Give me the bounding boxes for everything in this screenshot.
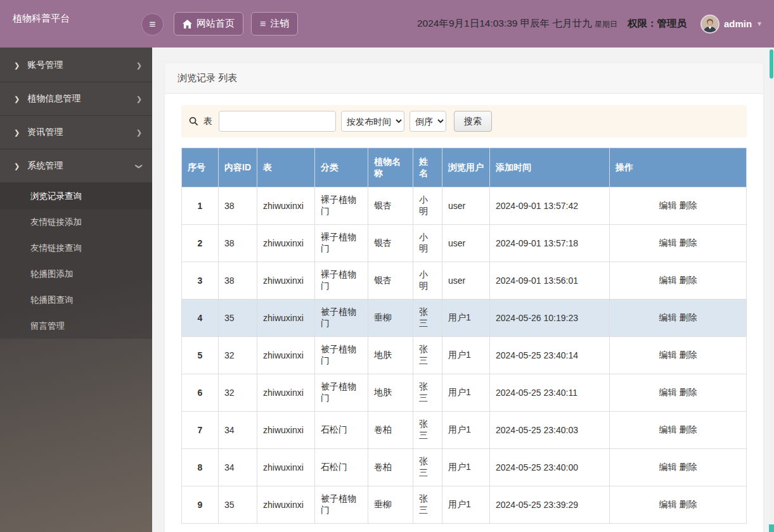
edit-link[interactable]: 编辑 <box>659 462 677 472</box>
cell-actions: 编辑删除 <box>610 262 747 300</box>
cell-add-time: 2024-09-01 13:56:01 <box>490 262 610 300</box>
sidebar-item-friend-link-add[interactable]: 友情链接添加 <box>0 209 152 235</box>
content-area: 浏览记录 列表 表 按发布时间 倒序 搜索 <box>152 48 774 532</box>
delete-link[interactable]: 删除 <box>680 499 697 509</box>
sidebar: 植物科普平台 ❯ 账号管理 ❯ ❯ 植物信息管理 ❯ ❯ 资讯管理 ❯ <box>0 0 152 532</box>
column-header-category: 分类 <box>315 148 368 187</box>
chevron-right-icon: ❯ <box>136 61 142 70</box>
cell-name: 张三 <box>413 374 442 412</box>
cell-table: zhiwuxinxi <box>257 486 315 524</box>
cell-viewer: 用户1 <box>442 337 490 374</box>
cell-viewer: user <box>442 262 490 300</box>
sidebar-item-message-management[interactable]: 留言管理 <box>0 313 152 339</box>
cell-plant-name: 银杏 <box>368 262 413 300</box>
cell-category: 石松门 <box>315 412 368 449</box>
cell-content-id: 38 <box>219 225 257 262</box>
cell-content-id: 32 <box>219 374 257 412</box>
datetime-value: 2024年9月1日14:03:39 甲辰年 七月廿九 <box>417 18 592 28</box>
edit-link[interactable]: 编辑 <box>659 387 677 397</box>
column-header-viewer: 浏览用户 <box>442 148 490 187</box>
logout-button-label: 注销 <box>270 18 289 30</box>
chevron-right-icon: ❯ <box>14 95 20 103</box>
browse-record-table: 序号 内容ID 表 分类 植物名称 姓名 浏览用户 添加时间 操作 <box>181 148 747 524</box>
edit-link[interactable]: 编辑 <box>659 312 677 322</box>
delete-link[interactable]: 删除 <box>680 238 697 248</box>
cell-name: 小明 <box>413 225 442 262</box>
app-root: 植物科普平台 ❯ 账号管理 ❯ ❯ 植物信息管理 ❯ ❯ 资讯管理 ❯ <box>0 0 774 532</box>
edit-link[interactable]: 编辑 <box>659 275 677 285</box>
cell-category: 被子植物门 <box>315 486 368 524</box>
table-row: 4 35 zhiwuxinxi 被子植物门 垂柳 张三 用户1 2024-05-… <box>182 300 747 337</box>
edit-link[interactable]: 编辑 <box>659 200 677 210</box>
cell-no: 5 <box>182 337 219 374</box>
cell-table: zhiwuxinxi <box>257 374 315 412</box>
edit-link[interactable]: 编辑 <box>659 238 677 248</box>
scrollbar-thumb[interactable] <box>770 49 773 79</box>
avatar <box>700 15 719 34</box>
home-button-label: 网站首页 <box>197 18 235 30</box>
cell-plant-name: 地肤 <box>368 374 413 412</box>
table-body: 1 38 zhiwuxinxi 裸子植物门 银杏 小明 user 2024-09… <box>182 187 747 524</box>
column-header-name: 姓名 <box>413 148 442 187</box>
sidebar-item-account-management[interactable]: ❯ 账号管理 ❯ <box>0 49 152 82</box>
user-menu[interactable]: admin ▼ <box>700 15 763 34</box>
edit-link[interactable]: 编辑 <box>659 350 677 360</box>
cell-name: 小明 <box>413 262 442 300</box>
table-row: 5 32 zhiwuxinxi 被子植物门 地肤 张三 用户1 2024-05-… <box>182 337 747 374</box>
hamburger-icon: ≡ <box>150 18 156 31</box>
chevron-right-icon: ❯ <box>14 61 20 70</box>
delete-link[interactable]: 删除 <box>680 350 697 360</box>
cell-plant-name: 银杏 <box>368 225 413 262</box>
cell-plant-name: 垂柳 <box>368 300 413 337</box>
vertical-scrollbar[interactable] <box>769 48 774 532</box>
chevron-right-icon: ❯ <box>14 129 20 137</box>
edit-link[interactable]: 编辑 <box>659 499 677 509</box>
sidebar-item-carousel-query[interactable]: 轮播图查询 <box>0 287 152 313</box>
delete-link[interactable]: 删除 <box>680 200 697 210</box>
column-header-content-id: 内容ID <box>219 148 257 187</box>
chevron-right-icon: ❯ <box>14 162 20 170</box>
caret-down-icon: ▼ <box>756 20 763 27</box>
sidebar-item-plant-info-management[interactable]: ❯ 植物信息管理 ❯ <box>0 82 152 116</box>
cell-table: zhiwuxinxi <box>257 300 315 337</box>
cell-plant-name: 银杏 <box>368 187 413 225</box>
cell-content-id: 35 <box>219 486 257 524</box>
cell-content-id: 35 <box>219 300 257 337</box>
sort-field-select[interactable]: 按发布时间 <box>341 111 404 132</box>
cell-actions: 编辑删除 <box>610 337 747 374</box>
logout-button[interactable]: ≡ 注销 <box>251 12 298 35</box>
column-header-add-time: 添加时间 <box>490 148 610 187</box>
sidebar-item-carousel-add[interactable]: 轮播图添加 <box>0 261 152 287</box>
submenu-item-label: 留言管理 <box>30 320 65 332</box>
submenu-item-label: 浏览记录查询 <box>30 191 82 202</box>
cell-viewer: 用户1 <box>442 412 490 449</box>
cell-name: 张三 <box>413 449 442 486</box>
delete-link[interactable]: 删除 <box>680 275 697 285</box>
delete-link[interactable]: 删除 <box>680 312 697 322</box>
edit-link[interactable]: 编辑 <box>659 424 677 434</box>
cell-actions: 编辑删除 <box>610 486 747 524</box>
sidebar-item-label: 植物信息管理 <box>27 93 81 104</box>
system-management-submenu: 浏览记录查询 友情链接添加 友情链接查询 轮播图添加 轮播图查询 留言管理 <box>0 183 152 339</box>
home-button[interactable]: 网站首页 <box>174 12 243 35</box>
table-row: 1 38 zhiwuxinxi 裸子植物门 银杏 小明 user 2024-09… <box>182 187 747 225</box>
sidebar-item-browse-record-query[interactable]: 浏览记录查询 <box>0 183 152 209</box>
delete-link[interactable]: 删除 <box>680 387 697 397</box>
delete-link[interactable]: 删除 <box>680 424 697 434</box>
sidebar-item-system-management[interactable]: ❯ 系统管理 ❯ <box>0 149 152 183</box>
table-row: 2 38 zhiwuxinxi 裸子植物门 银杏 小明 user 2024-09… <box>182 225 747 262</box>
submenu-item-label: 轮播图添加 <box>30 269 74 280</box>
search-input[interactable] <box>219 111 336 132</box>
cell-content-id: 32 <box>219 337 257 374</box>
search-button[interactable]: 搜索 <box>454 111 492 132</box>
sort-order-select[interactable]: 倒序 <box>410 111 446 132</box>
cell-no: 6 <box>182 374 219 412</box>
chevron-right-icon: ❯ <box>136 129 142 137</box>
delete-link[interactable]: 删除 <box>680 462 697 472</box>
cell-content-id: 34 <box>219 412 257 449</box>
cell-table: zhiwuxinxi <box>257 449 315 486</box>
sidebar-toggle-button[interactable]: ≡ <box>141 13 164 35</box>
sidebar-item-friend-link-query[interactable]: 友情链接查询 <box>0 235 152 261</box>
cell-actions: 编辑删除 <box>610 412 747 449</box>
sidebar-item-news-management[interactable]: ❯ 资讯管理 ❯ <box>0 116 152 149</box>
